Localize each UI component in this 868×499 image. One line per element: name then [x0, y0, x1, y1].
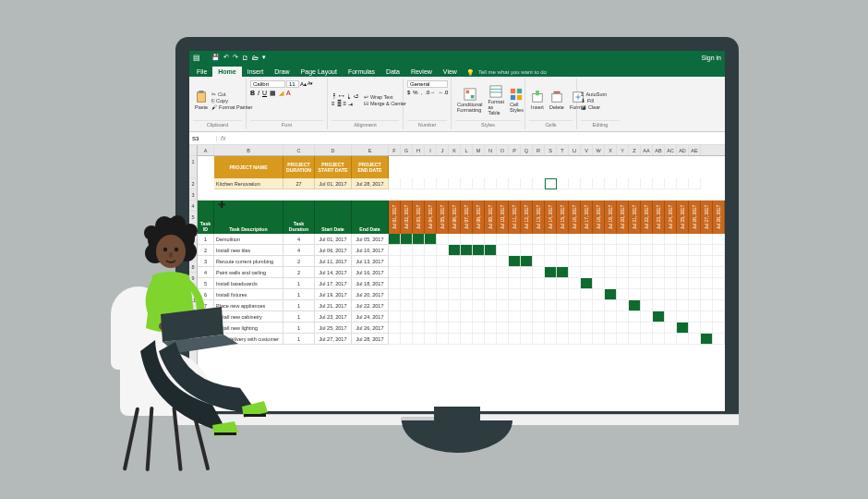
gantt-empty-cell[interactable]	[641, 311, 653, 323]
shrink-font-icon[interactable]: A▾	[307, 80, 313, 88]
conditional-formatting-button[interactable]: Conditional Formatting	[455, 87, 485, 114]
font-size-select[interactable]: 11	[286, 80, 299, 88]
gantt-empty-cell[interactable]	[533, 323, 545, 334]
gantt-empty-cell[interactable]	[593, 323, 605, 334]
tab-view[interactable]: View	[438, 67, 463, 77]
column-header[interactable]: C	[283, 145, 315, 155]
gantt-bar-cell[interactable]	[425, 234, 437, 245]
row-header[interactable]: 4	[189, 201, 197, 212]
fill-button[interactable]: ⬇Fill	[581, 98, 607, 103]
gantt-empty-cell[interactable]	[425, 278, 437, 289]
gantt-empty-cell[interactable]	[533, 278, 545, 289]
gantt-empty-cell[interactable]	[401, 300, 413, 311]
gantt-empty-cell[interactable]	[689, 245, 701, 256]
gantt-empty-cell[interactable]	[641, 234, 653, 245]
gantt-empty-cell[interactable]	[389, 245, 401, 256]
task-row[interactable]: 4Paint walls and ceiling2Jul 14, 2017Jul…	[198, 267, 725, 278]
gantt-empty-cell[interactable]	[425, 300, 437, 311]
gantt-empty-cell[interactable]	[617, 311, 629, 323]
gantt-empty-cell[interactable]	[401, 323, 413, 334]
gantt-empty-cell[interactable]	[605, 311, 617, 323]
gantt-empty-cell[interactable]	[485, 256, 497, 267]
gantt-empty-cell[interactable]	[653, 300, 665, 311]
gantt-empty-cell[interactable]	[485, 234, 497, 245]
gantt-bar-cell[interactable]	[581, 278, 593, 289]
gantt-empty-cell[interactable]	[473, 300, 485, 311]
align-middle-icon[interactable]: ⭤	[339, 93, 344, 99]
gantt-empty-cell[interactable]	[485, 323, 497, 334]
task-cell[interactable]: Jul 14, 2017	[315, 267, 352, 278]
gantt-empty-cell[interactable]	[485, 300, 497, 311]
column-header[interactable]: J	[437, 145, 449, 155]
task-cell[interactable]: Jul 27, 2017	[315, 334, 352, 345]
insert-cells-button[interactable]: Insert	[529, 90, 546, 111]
gantt-empty-cell[interactable]	[521, 267, 533, 278]
gantt-bar-cell[interactable]	[473, 245, 485, 256]
gantt-empty-cell[interactable]	[701, 245, 713, 256]
gantt-empty-cell[interactable]	[665, 234, 677, 245]
redo-icon[interactable]: ↷	[233, 54, 238, 61]
gantt-empty-cell[interactable]	[593, 278, 605, 289]
gantt-empty-cell[interactable]	[713, 278, 725, 289]
gantt-empty-cell[interactable]	[701, 323, 713, 334]
gantt-empty-cell[interactable]	[509, 234, 521, 245]
gantt-empty-cell[interactable]	[437, 278, 449, 289]
open-icon[interactable]: 🗁	[252, 55, 259, 61]
gantt-empty-cell[interactable]	[581, 334, 593, 345]
gantt-empty-cell[interactable]	[689, 300, 701, 311]
gantt-empty-cell[interactable]	[677, 256, 689, 267]
column-header[interactable]: G	[401, 145, 413, 155]
gantt-empty-cell[interactable]	[473, 234, 485, 245]
column-header[interactable]: M	[473, 145, 485, 155]
gantt-empty-cell[interactable]	[461, 311, 473, 323]
gantt-empty-cell[interactable]	[629, 267, 641, 278]
row-header[interactable]: 1	[189, 156, 197, 178]
gantt-empty-cell[interactable]	[449, 278, 461, 289]
project-start-cell[interactable]: Jul 01, 2017	[315, 178, 352, 189]
gantt-empty-cell[interactable]	[521, 311, 533, 323]
gantt-empty-cell[interactable]	[617, 323, 629, 334]
decrease-decimal-icon[interactable]: ←.0	[438, 90, 448, 95]
task-cell[interactable]: 1	[283, 311, 315, 323]
column-header[interactable]: R	[533, 145, 545, 155]
gantt-empty-cell[interactable]	[653, 278, 665, 289]
gantt-empty-cell[interactable]	[413, 267, 425, 278]
gantt-empty-cell[interactable]	[713, 234, 725, 245]
gantt-empty-cell[interactable]	[605, 334, 617, 345]
gantt-empty-cell[interactable]	[533, 300, 545, 311]
gantt-empty-cell[interactable]	[581, 256, 593, 267]
gantt-empty-cell[interactable]	[533, 289, 545, 300]
column-header[interactable]: B	[214, 145, 283, 155]
gantt-empty-cell[interactable]	[653, 245, 665, 256]
row-header[interactable]: 7	[189, 250, 197, 262]
gantt-empty-cell[interactable]	[521, 245, 533, 256]
gantt-empty-cell[interactable]	[557, 256, 569, 267]
gantt-bar-cell[interactable]	[557, 267, 569, 278]
gantt-empty-cell[interactable]	[605, 267, 617, 278]
gantt-empty-cell[interactable]	[437, 256, 449, 267]
gantt-empty-cell[interactable]	[629, 256, 641, 267]
column-header[interactable]: A	[198, 145, 214, 155]
gantt-empty-cell[interactable]	[389, 278, 401, 289]
gantt-bar-cell[interactable]	[545, 267, 557, 278]
task-cell[interactable]: Jul 06, 2017	[315, 245, 352, 256]
task-cell[interactable]: Jul 18, 2017	[352, 278, 389, 289]
gantt-empty-cell[interactable]	[533, 267, 545, 278]
gantt-empty-cell[interactable]	[581, 323, 593, 334]
italic-button[interactable]: I	[258, 90, 259, 97]
gantt-empty-cell[interactable]	[641, 256, 653, 267]
gantt-empty-cell[interactable]	[401, 334, 413, 345]
gantt-empty-cell[interactable]	[617, 278, 629, 289]
gantt-empty-cell[interactable]	[569, 278, 581, 289]
gantt-bar-cell[interactable]	[401, 234, 413, 245]
indent-icon[interactable]: ⇥	[348, 101, 353, 107]
task-row[interactable]: 8Install new cabinetry1Jul 23, 2017Jul 2…	[198, 311, 725, 323]
gantt-empty-cell[interactable]	[401, 289, 413, 300]
gantt-empty-cell[interactable]	[413, 278, 425, 289]
font-name-select[interactable]: Calibri	[250, 80, 285, 88]
sheet-area[interactable]: ABCDEFGHIJKLMNOPQRSTUVWXYZAAABACADAE PRO…	[198, 145, 725, 398]
gantt-empty-cell[interactable]	[389, 334, 401, 345]
task-cell[interactable]: 1	[283, 300, 315, 311]
gantt-empty-cell[interactable]	[497, 245, 509, 256]
gantt-empty-cell[interactable]	[569, 334, 581, 345]
